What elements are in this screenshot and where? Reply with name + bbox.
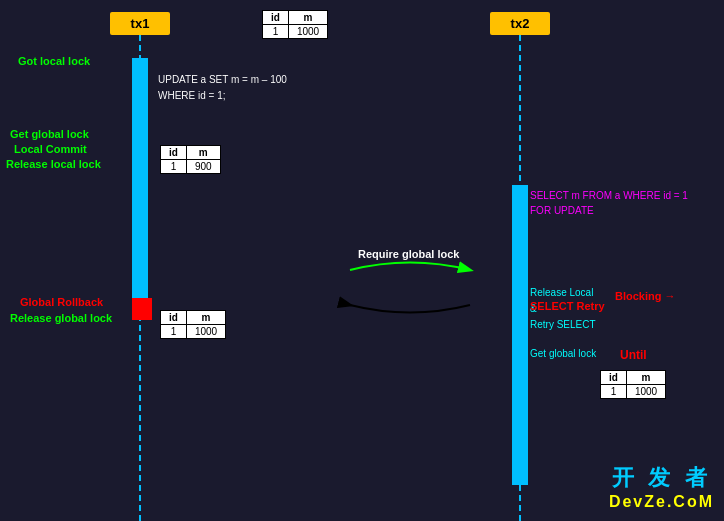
tx1-mid-table: id m 1 900 <box>160 145 221 174</box>
tx2-get-global-lock-label: Get global lock <box>530 348 596 359</box>
update-sql-label: UPDATE a SET m = m – 100 WHERE id = 1; <box>158 72 287 104</box>
tx1-rollback-block <box>132 298 152 320</box>
tx1-mid-m-val: 900 <box>186 160 220 174</box>
tx1-active-block <box>132 58 148 298</box>
tx1-header: tx1 <box>110 12 170 35</box>
blocking-label: Blocking → <box>615 290 676 302</box>
local-commit-label: Local Commit <box>14 143 87 155</box>
tx2-label: tx2 <box>511 16 530 31</box>
watermark-line2: DevZe.CoM <box>609 493 714 511</box>
watermark-line1: 开 发 者 <box>609 463 714 493</box>
require-lock-arrows <box>330 250 490 330</box>
tx2-bottom-id-header: id <box>601 371 627 385</box>
got-local-lock-label: Got local lock <box>18 55 90 67</box>
top-table-header-m: m <box>288 11 327 25</box>
until-label: Until <box>620 348 647 362</box>
watermark: 开 发 者 DevZe.CoM <box>609 463 714 511</box>
release-local-lock-label: Release local lock <box>6 158 101 170</box>
release-global-lock-label: Release global lock <box>10 312 112 324</box>
select-sql-label: SELECT m FROM a WHERE id = 1 FOR UPDATE <box>530 188 688 218</box>
tx1-mid-m-header: m <box>186 146 220 160</box>
global-rollback-label: Global Rollback <box>20 296 103 308</box>
tx1-label: tx1 <box>131 16 150 31</box>
tx1-mid-id-val: 1 <box>161 160 187 174</box>
tx1-bottom-id-header: id <box>161 311 187 325</box>
select-retry-label: SELECT Retry <box>530 300 605 312</box>
get-global-lock-label: Get global lock <box>10 128 89 140</box>
tx1-bottom-m-val: 1000 <box>186 325 225 339</box>
diagram: id m 1 1000 tx1 tx2 Got local lock UPDAT… <box>0 0 724 521</box>
tx2-bottom-m-header: m <box>626 371 665 385</box>
tx1-bottom-table: id m 1 1000 <box>160 310 226 339</box>
tx2-bottom-table: id m 1 1000 <box>600 370 666 399</box>
top-table: id m 1 1000 <box>262 10 328 39</box>
tx2-header: tx2 <box>490 12 550 35</box>
tx2-active-block <box>512 185 528 485</box>
tx1-bottom-m-header: m <box>186 311 225 325</box>
top-table-header-id: id <box>263 11 289 25</box>
tx1-mid-id-header: id <box>161 146 187 160</box>
top-table-row-id: 1 <box>263 25 289 39</box>
tx2-bottom-id-val: 1 <box>601 385 627 399</box>
tx1-bottom-id-val: 1 <box>161 325 187 339</box>
top-table-row-m: 1000 <box>288 25 327 39</box>
tx2-bottom-m-val: 1000 <box>626 385 665 399</box>
